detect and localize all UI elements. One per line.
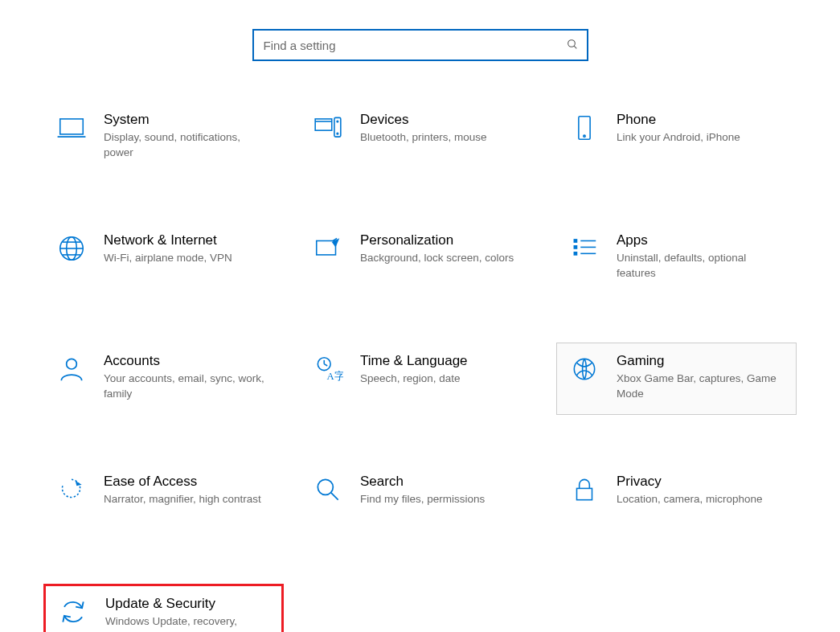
svg-rect-19 [574,246,576,248]
devices-icon [312,112,344,144]
tile-desc: Bluetooth, printers, mouse [360,130,521,145]
tile-update-security[interactable]: Update & Security Windows Update, recove… [43,584,284,632]
tile-privacy[interactable]: Privacy Location, camera, microphone [556,463,797,536]
personalization-icon [312,232,344,265]
tile-devices[interactable]: Devices Bluetooth, printers, mouse [300,101,540,174]
svg-point-10 [584,135,585,137]
tile-title: Ease of Access [104,474,272,490]
tile-title: Phone [617,112,785,128]
svg-point-30 [318,479,333,495]
tile-desc: Xbox Game Bar, captures, Game Mode [617,371,777,400]
tile-desc: Narrator, magnifier, high contrast [104,492,264,507]
tile-desc: Uninstall, defaults, optional features [617,251,777,280]
tile-network[interactable]: Network & Internet Wi-Fi, airplane mode,… [43,222,284,294]
tile-time-language[interactable]: A字 Time & Language Speech, region, date [300,343,540,415]
network-icon [55,232,88,265]
svg-rect-18 [574,240,576,242]
tile-title: System [104,112,272,128]
tile-desc: Find my files, permissions [360,492,521,507]
svg-text:A字: A字 [326,370,343,382]
tile-title: Update & Security [105,596,270,612]
update-security-icon [57,596,89,628]
tile-search[interactable]: Search Find my files, permissions [300,463,540,536]
tile-title: Devices [360,112,528,128]
svg-rect-4 [315,119,332,130]
svg-point-7 [337,121,338,122]
search-box[interactable] [252,29,588,61]
tile-desc: Your accounts, email, sync, work, family [104,371,264,400]
svg-point-8 [337,133,338,134]
tile-desc: Speech, region, date [360,371,521,386]
tile-title: Accounts [104,353,272,369]
tile-title: Time & Language [360,353,528,369]
svg-rect-9 [579,117,590,140]
accounts-icon [55,353,88,385]
phone-icon [568,112,600,144]
ease-of-access-icon [55,474,88,506]
tile-apps[interactable]: Apps Uninstall, defaults, optional featu… [556,222,797,294]
tile-desc: Windows Update, recovery, backup [105,614,266,632]
settings-grid: System Display, sound, notifications, po… [40,101,800,632]
tile-ease-of-access[interactable]: Ease of Access Narrator, magnifier, high… [43,463,284,536]
tile-personalization[interactable]: Personalization Background, lock screen,… [300,222,540,294]
tile-gaming[interactable]: Gaming Xbox Game Bar, captures, Game Mod… [556,343,797,415]
apps-icon [568,232,600,265]
svg-rect-2 [60,119,84,134]
svg-point-29 [574,359,594,379]
tile-accounts[interactable]: Accounts Your accounts, email, sync, wor… [43,343,284,415]
privacy-icon [568,474,600,506]
svg-line-1 [574,46,576,48]
svg-rect-20 [574,252,576,255]
tile-title: Privacy [617,474,785,490]
search-input[interactable] [262,38,566,53]
svg-point-24 [67,359,77,369]
time-language-icon: A字 [312,353,344,385]
search-icon [566,38,579,53]
svg-line-27 [324,364,327,366]
tile-desc: Link your Android, iPhone [617,130,777,145]
svg-point-0 [568,39,575,47]
tile-title: Gaming [617,353,785,369]
tile-title: Network & Internet [104,232,272,248]
tile-title: Search [360,474,528,490]
svg-rect-32 [577,488,592,499]
svg-line-31 [331,493,338,500]
tile-desc: Background, lock screen, colors [360,251,521,265]
system-icon [55,112,88,144]
gaming-icon [568,353,600,385]
tile-system[interactable]: System Display, sound, notifications, po… [43,101,284,174]
search-container [40,0,800,101]
tile-desc: Location, camera, microphone [617,492,777,507]
tile-desc: Wi-Fi, airplane mode, VPN [104,251,264,265]
tile-title: Apps [617,232,785,248]
tile-desc: Display, sound, notifications, power [104,130,264,159]
tile-phone[interactable]: Phone Link your Android, iPhone [556,101,797,174]
search-category-icon [312,474,344,506]
tile-title: Personalization [360,232,528,248]
